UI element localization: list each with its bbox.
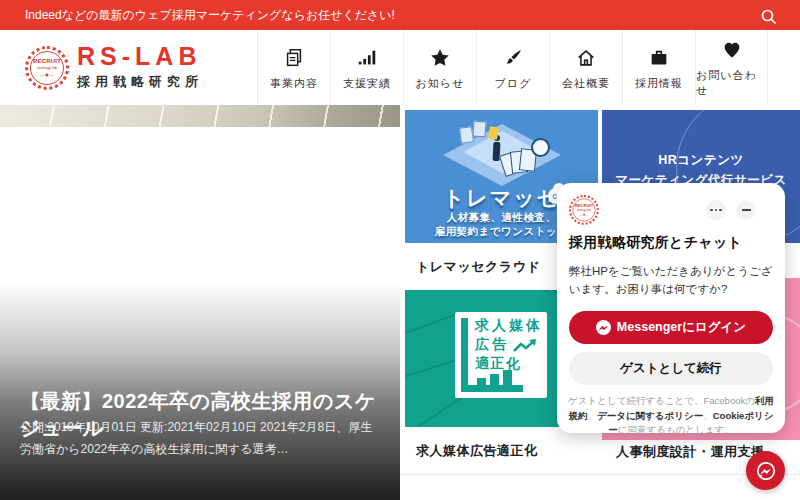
chart-bars-icon — [356, 45, 378, 69]
site-logo[interactable]: RECRUIT strategy lab --★-- RS-LAB 採用戦略研究… — [25, 44, 203, 91]
nav-item-3[interactable]: お知らせ — [403, 30, 476, 105]
nav-item-label: ブログ — [495, 76, 532, 91]
nav-item-label: 事業内容 — [270, 76, 318, 91]
hero-photo — [0, 105, 400, 128]
announcement-text: Indeedなどの最新のウェブ採用マーケティングならお任せください! — [25, 8, 395, 22]
messenger-login-button[interactable]: Messengerにログイン — [569, 311, 773, 344]
main-nav: 事業内容支援実績お知らせブログ会社概要採用情報お問い合わせ — [257, 30, 768, 105]
stamp-star: --★-- — [40, 71, 53, 78]
nav-item-label: 採用情報 — [635, 76, 683, 91]
brand-subtitle: 採用戦略研究所 — [77, 73, 203, 91]
page: Indeedなどの最新のウェブ採用マーケティングならお任せください! RECRU… — [0, 0, 800, 500]
hero-slide[interactable]: 【最新】2022年卒の高校生採用のスケジュール 公開:2019年10月01日 更… — [0, 105, 400, 500]
media-logo-row2: 広告 — [475, 336, 509, 354]
chat-legal-text: ゲストとして続行することで、Facebookの利用規約、データに関するポリシー、… — [567, 394, 775, 438]
legal-text: 、 — [587, 410, 597, 421]
messenger-icon — [754, 459, 778, 483]
legal-text: ゲストとして続行することで、Facebookの — [568, 395, 755, 406]
media-logo-row3: 適正化 — [475, 355, 522, 373]
nav-item-6[interactable]: 採用情報 — [622, 30, 695, 105]
nav-item-label: 支援実績 — [343, 76, 391, 91]
recruit-stamp-icon: RECRUIT strategy lab --★-- — [25, 46, 69, 90]
star-icon — [429, 45, 451, 69]
messenger-bolt-icon — [596, 320, 611, 335]
minus-icon — [742, 209, 751, 211]
nav-item-7[interactable]: お問い合わせ — [695, 30, 768, 105]
brand-text: RS-LAB 採用戦略研究所 — [77, 44, 203, 91]
messenger-float-button[interactable] — [746, 451, 785, 490]
messenger-chat-widget: RECRUIT strategy lab --★-- 採用戦略研究所とチャット … — [557, 183, 785, 433]
chat-menu-button[interactable] — [706, 200, 726, 220]
media-logo-row1: 求人媒体 — [475, 317, 543, 335]
media-logo: 求人媒体 広告 適正化 — [455, 312, 547, 398]
legal-link[interactable]: データに関するポリシー — [597, 410, 703, 421]
heart-icon — [721, 37, 743, 61]
trend-line-icon — [512, 338, 540, 356]
stamp-line2: strategy lab — [37, 65, 58, 70]
recruit-stamp-icon: RECRUIT strategy lab --★-- — [569, 195, 599, 225]
hero-meta: 公開:2019年10月01日 更新:2021年02月10日 2021年2月8日、… — [20, 417, 382, 460]
site-header: RECRUIT strategy lab --★-- RS-LAB 採用戦略研究… — [0, 30, 800, 105]
chat-heading: 採用戦略研究所とチャット — [569, 234, 742, 252]
legal-text: 、 — [703, 410, 713, 421]
brand-name: RS-LAB — [77, 44, 203, 69]
documents-icon — [283, 45, 305, 69]
nav-item-1[interactable]: 事業内容 — [257, 30, 330, 105]
section-divider — [400, 474, 800, 475]
home-icon — [575, 45, 597, 69]
legal-text: に同意するものとします。 — [618, 424, 734, 435]
nav-item-label: お問い合わせ — [696, 68, 767, 98]
chat-avatar: RECRUIT strategy lab --★-- — [569, 195, 599, 225]
brush-icon — [502, 45, 524, 69]
chat-message: 弊社HPをご覧いただきありがとうございます。お困り事は何ですか? — [569, 262, 774, 299]
chat-minimize-button[interactable] — [736, 200, 756, 220]
nav-item-5[interactable]: 会社概要 — [549, 30, 622, 105]
nav-item-2[interactable]: 支援実績 — [330, 30, 403, 105]
nav-item-4[interactable]: ブログ — [476, 30, 549, 105]
continue-as-guest-button[interactable]: ゲストとして続行 — [569, 352, 773, 385]
search-icon[interactable] — [760, 7, 778, 25]
nav-item-label: 会社概要 — [562, 76, 610, 91]
nav-item-label: お知らせ — [416, 76, 465, 91]
stamp-line1: RECRUIT — [33, 58, 61, 64]
announcement-bar: Indeedなどの最新のウェブ採用マーケティングならお任せください! — [0, 0, 800, 30]
briefcase-icon — [648, 45, 670, 69]
